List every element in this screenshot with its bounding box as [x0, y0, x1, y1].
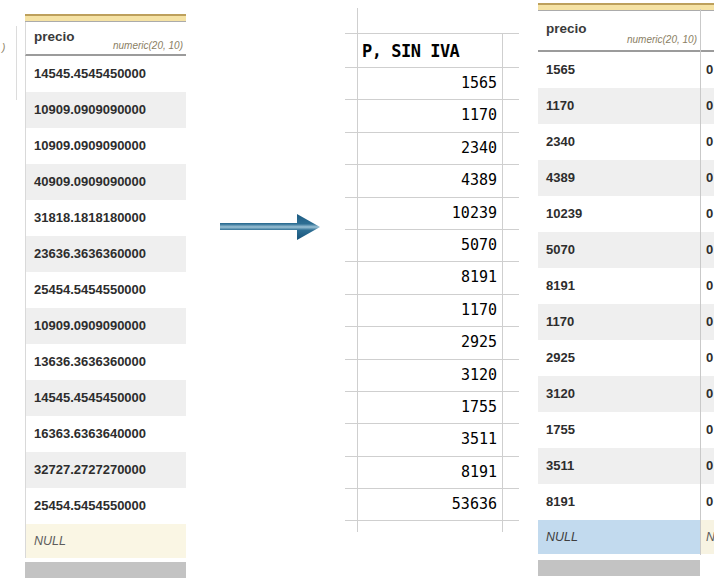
prev-column-border — [16, 26, 17, 100]
spreadsheet-column: P, SIN IVA 15651170234043891023950708191… — [345, 33, 519, 521]
cell-value: 1565 — [538, 52, 700, 88]
table-row[interactable]: 25454.5454550000 — [26, 272, 186, 308]
table-row[interactable]: 14545.4545450000 — [26, 380, 186, 416]
right-data-grid: precio numeric(20, 10) 1565 0 1170 0 234… — [538, 3, 714, 576]
next-column-border — [700, 9, 701, 555]
table-row[interactable]: 31818.1818180000 — [26, 200, 186, 236]
table-row[interactable]: 10239 0 — [538, 196, 714, 232]
cell-value: 10909.0909090000 — [26, 308, 186, 344]
sheet-column-header[interactable]: P, SIN IVA — [345, 34, 519, 68]
right-arrow-icon — [213, 209, 325, 245]
cell-value: 10909.0909090000 — [26, 92, 186, 128]
sheet-cell[interactable]: 53636 — [345, 489, 519, 521]
next-column-clipped-cell[interactable]: 0 — [700, 340, 714, 376]
left-column-header-strip — [25, 14, 186, 22]
table-row[interactable]: 14545.4545450000 — [26, 56, 186, 92]
sheet-cell[interactable]: 2340 — [345, 133, 519, 165]
cell-value: 3511 — [538, 448, 700, 484]
next-column-clipped-cell[interactable]: 0 — [700, 124, 714, 160]
cell-value: 1755 — [538, 412, 700, 448]
cell-value: 32727.2727270000 — [26, 452, 186, 488]
sheet-cell[interactable]: 4389 — [345, 165, 519, 197]
next-column-clipped-cell[interactable]: 0 — [700, 52, 714, 88]
next-column-clipped-cell[interactable]: 0 — [700, 376, 714, 412]
null-value: NULL — [26, 524, 186, 558]
table-row[interactable]: 32727.2727270000 — [26, 452, 186, 488]
table-row[interactable]: 1170 0 — [538, 304, 714, 340]
null-cell[interactable]: NULL — [538, 520, 700, 554]
sheet-cell[interactable]: 1170 — [345, 295, 519, 327]
table-row[interactable]: 1755 0 — [538, 412, 714, 448]
table-row[interactable]: 13636.3636360000 — [26, 344, 186, 380]
next-column-clipped-cell[interactable]: 0 — [700, 196, 714, 232]
table-row[interactable]: 4389 0 — [538, 160, 714, 196]
column-name: precio — [546, 21, 587, 36]
cell-value: 10239 — [538, 196, 700, 232]
cell-value: 2925 — [538, 340, 700, 376]
cell-value: 25454.5454550000 — [26, 272, 186, 308]
table-row[interactable]: 5070 0 — [538, 232, 714, 268]
table-row[interactable]: 3120 0 — [538, 376, 714, 412]
table-row[interactable]: 40909.0909090000 — [26, 164, 186, 200]
horizontal-scrollbar[interactable] — [538, 560, 700, 576]
sheet-cell[interactable]: 10239 — [345, 198, 519, 230]
right-column-header[interactable]: precio numeric(20, 10) — [538, 11, 714, 52]
cell-value: 16363.6363640000 — [26, 416, 186, 452]
next-column-clipped-cell[interactable]: 0 — [700, 160, 714, 196]
table-row[interactable]: 10909.0909090000 — [26, 128, 186, 164]
right-column-header-strip — [538, 3, 714, 11]
sheet-cell[interactable]: 1170 — [345, 100, 519, 132]
null-row-selected[interactable]: NULL NULL — [538, 520, 714, 554]
sheet-gridline-right — [502, 34, 503, 532]
sheet-cell[interactable]: 2925 — [345, 327, 519, 359]
table-row[interactable]: 10909.0909090000 — [26, 92, 186, 128]
column-type: numeric(20, 10) — [113, 40, 183, 51]
table-row[interactable]: 10909.0909090000 — [26, 308, 186, 344]
table-row[interactable]: 25454.5454550000 — [26, 488, 186, 524]
cell-value: 23636.3636360000 — [26, 236, 186, 272]
clipped-prev-column-type-fragment: ) — [2, 42, 5, 53]
table-row[interactable]: 16363.6363640000 — [26, 416, 186, 452]
null-value: NULL — [538, 520, 700, 554]
next-column-clipped-cell[interactable]: 0 — [700, 304, 714, 340]
sheet-gridline-left — [357, 8, 358, 532]
cell-value: 13636.3636360000 — [26, 344, 186, 380]
sheet-cell[interactable]: 8191 — [345, 457, 519, 489]
cell-value: 3120 — [538, 376, 700, 412]
sheet-cell[interactable]: 8191 — [345, 262, 519, 294]
table-row[interactable]: 8191 0 — [538, 484, 714, 520]
next-column-clipped-cell[interactable]: 0 — [700, 232, 714, 268]
cell-value: 25454.5454550000 — [26, 488, 186, 524]
next-column-clipped-cell[interactable]: 0 — [700, 88, 714, 124]
sheet-cell[interactable]: 1755 — [345, 392, 519, 424]
cell-value: 1170 — [538, 88, 700, 124]
next-column-clipped-cell[interactable]: 0 — [700, 484, 714, 520]
null-row[interactable]: NULL — [25, 524, 186, 558]
sheet-cell[interactable]: 3120 — [345, 360, 519, 392]
table-row[interactable]: 3511 0 — [538, 448, 714, 484]
cell-value: 31818.1818180000 — [26, 200, 186, 236]
table-row[interactable]: 2925 0 — [538, 340, 714, 376]
right-grid-rows: 1565 0 1170 0 2340 0 4389 0 10239 0 5070… — [538, 52, 714, 520]
left-data-grid: precio numeric(20, 10) 14545.4545450000 … — [25, 14, 186, 578]
table-row[interactable]: 2340 0 — [538, 124, 714, 160]
table-row[interactable]: 1170 0 — [538, 88, 714, 124]
cell-value: 10909.0909090000 — [26, 128, 186, 164]
cell-value: 8191 — [538, 484, 700, 520]
next-column-clipped-cell[interactable]: 0 — [700, 268, 714, 304]
cell-value: 2340 — [538, 124, 700, 160]
horizontal-scrollbar[interactable] — [25, 562, 186, 578]
table-row[interactable]: 1565 0 — [538, 52, 714, 88]
table-row[interactable]: 23636.3636360000 — [26, 236, 186, 272]
next-column-clipped-cell[interactable]: 0 — [700, 448, 714, 484]
left-grid-rows: 14545.4545450000 10909.0909090000 10909.… — [25, 56, 186, 524]
cell-value: 5070 — [538, 232, 700, 268]
sheet-cell[interactable]: 1565 — [345, 68, 519, 100]
sheet-cell[interactable]: 3511 — [345, 424, 519, 456]
sheet-cell[interactable]: 5070 — [345, 230, 519, 262]
next-column-clipped-null-cell[interactable]: NULL — [700, 520, 714, 554]
left-column-header[interactable]: precio numeric(20, 10) — [25, 22, 186, 56]
next-column-clipped-cell[interactable]: 0 — [700, 412, 714, 448]
column-name: precio — [34, 29, 75, 44]
table-row[interactable]: 8191 0 — [538, 268, 714, 304]
